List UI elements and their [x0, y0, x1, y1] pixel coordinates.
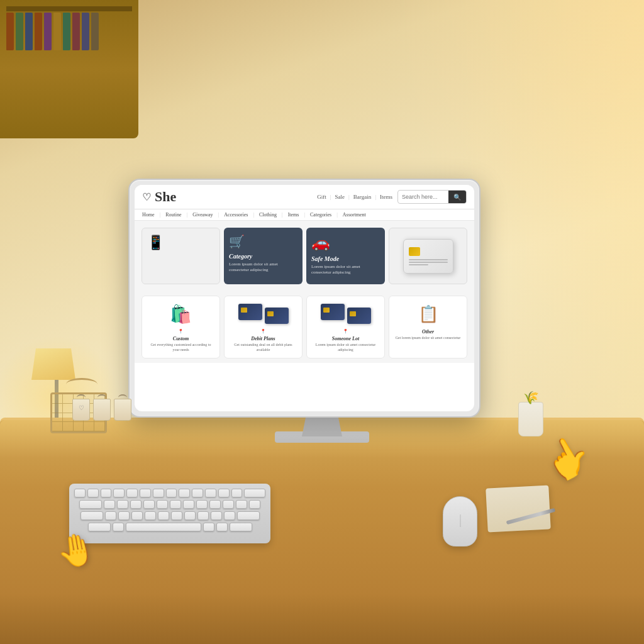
- nav-categories[interactable]: Categories: [310, 212, 331, 218]
- mini-card-4: [347, 308, 371, 324]
- keyboard-row-2: [74, 500, 265, 509]
- phone-icon: 📱: [147, 235, 164, 251]
- book: [6, 13, 14, 50]
- keyboard-row-4: [74, 523, 265, 531]
- flower-vase: 🌾: [515, 402, 547, 436]
- feature-card-title-3: Safe Mode: [311, 255, 339, 262]
- keyboard[interactable]: [69, 484, 270, 543]
- book: [44, 13, 52, 50]
- bottom-card-other[interactable]: 📋 Other Get lorem ipsum dolor sit amet c…: [389, 296, 467, 358]
- shopping-bag-3: [114, 399, 131, 421]
- nav-accessories[interactable]: Accessories: [224, 212, 248, 218]
- lamp-shade: [31, 348, 75, 380]
- bottom-card-custom[interactable]: 🛍️ 📍 Custom Get everything customized ac…: [142, 296, 220, 358]
- debit-card-icon: [248, 301, 279, 326]
- book: [25, 13, 33, 50]
- dried-flowers: 🌾: [523, 390, 539, 405]
- credit-card-icon: [330, 301, 362, 326]
- payment-card-hero: [403, 239, 453, 274]
- bottom-card-title-4: Other: [422, 329, 434, 335]
- bookshelf: [0, 0, 138, 138]
- keyboard-hand: 🤚: [53, 529, 98, 572]
- basket-handle: [66, 378, 97, 391]
- nav-items[interactable]: Items: [288, 212, 299, 218]
- keyboard-row-1: [74, 489, 265, 497]
- monitor: ♡ She Gift | Sale | Bargain | Items 🔍: [128, 179, 480, 418]
- vase-body: [518, 402, 543, 436]
- site-header: ♡ She Gift | Sale | Bargain | Items 🔍: [135, 185, 474, 209]
- book: [63, 13, 70, 50]
- book: [16, 13, 23, 50]
- bottom-card-location-1: 📍: [178, 329, 184, 334]
- feature-card-safe-mode[interactable]: 🚗 Safe Mode Lorem ipsum dolor sit amet c…: [306, 228, 385, 284]
- payment-card-hero-lines: [409, 259, 448, 267]
- bottom-card-someone-lot[interactable]: 📍 Someone Lot Lorem ipsum dolor sit amet…: [306, 296, 385, 358]
- header-right: Gift | Sale | Bargain | Items 🔍: [317, 190, 467, 204]
- mini-card-2: [265, 308, 289, 324]
- book: [53, 13, 61, 50]
- cart-icon: 🛒: [229, 234, 245, 249]
- bottom-card-desc-1: Get everything customized according to y…: [147, 343, 214, 353]
- search-button[interactable]: 🔍: [448, 190, 466, 204]
- bottom-card-desc-4: Get lorem ipsum dolor sit amet consectet…: [396, 336, 461, 341]
- header-link-sale[interactable]: Sale: [335, 194, 345, 200]
- feature-card-payment[interactable]: [389, 228, 467, 284]
- bottom-card-title-3: Someone Lot: [332, 336, 359, 341]
- feature-card-category[interactable]: 🛒 Category Lorem ipsum dolor sit amet co…: [224, 228, 303, 284]
- search-bar: 🔍: [397, 190, 467, 204]
- bottom-card-location-2: 📍: [260, 329, 266, 334]
- header-links: Gift | Sale | Bargain | Items: [317, 194, 392, 200]
- logo-icon: ♡: [142, 191, 151, 203]
- feature-card-desc-3: Lorem ipsum dolor sit amet consectetur a…: [311, 264, 380, 275]
- card-line: [409, 264, 428, 265]
- bottom-card-title-2: Debit Plans: [251, 336, 275, 341]
- monitor-screen: ♡ She Gift | Sale | Bargain | Items 🔍: [135, 185, 474, 411]
- shopping-bags: ♡: [72, 399, 131, 421]
- notepad: [486, 485, 551, 532]
- shopping-bag-1: ♡: [72, 399, 90, 421]
- mini-card-3: [321, 304, 345, 320]
- mini-card-1: [238, 304, 262, 320]
- book: [72, 13, 80, 50]
- header-link-gift[interactable]: Gift: [317, 194, 326, 200]
- nav-assortment[interactable]: Assortment: [343, 212, 366, 218]
- nav-routine[interactable]: Routine: [165, 212, 181, 218]
- floor-shadow: [0, 594, 644, 644]
- book: [35, 13, 42, 50]
- search-input[interactable]: [398, 194, 448, 200]
- feature-cards-grid: 📱 🛒 Category Lorem ipsum dolor sit amet …: [135, 221, 474, 291]
- nav-giveaway[interactable]: Giveaway: [192, 212, 213, 218]
- bag-heart-icon: ♡: [79, 404, 84, 411]
- header-link-items[interactable]: Items: [380, 194, 392, 200]
- book: [91, 13, 99, 50]
- heart-bag-icon: 🛍️: [165, 301, 197, 326]
- keyboard-row-3: [74, 511, 265, 520]
- books: [6, 13, 99, 50]
- site-nav: Home | Routine | Giveaway | Accessories …: [135, 209, 474, 221]
- bottom-cards-grid: 🛍️ 📍 Custom Get everything customized ac…: [135, 291, 474, 363]
- nav-home[interactable]: Home: [142, 212, 155, 218]
- mouse[interactable]: [443, 496, 477, 547]
- bottom-card-desc-2: Get outstanding deal on all debit plans …: [230, 343, 297, 353]
- logo-text: She: [155, 189, 176, 205]
- shopping-bag-2: [93, 399, 111, 421]
- card-line: [409, 262, 448, 263]
- bottom-card-location-3: 📍: [343, 329, 348, 334]
- mouse-scroll-wheel: [460, 514, 460, 527]
- nav-clothing[interactable]: Clothing: [259, 212, 277, 218]
- feature-card-title-2: Category: [229, 253, 252, 260]
- site-logo: ♡ She: [142, 189, 176, 205]
- bottom-card-debit[interactable]: 📍 Debit Plans Get outstanding deal on al…: [224, 296, 303, 358]
- feature-card-phone[interactable]: 📱: [142, 228, 220, 284]
- clipboard-icon: 📋: [413, 301, 444, 326]
- car-icon: 🚗: [311, 234, 330, 252]
- feature-card-desc-2: Lorem ipsum dolor sit amet consectetur a…: [229, 262, 297, 273]
- bottom-card-desc-3: Lorem ipsum dolor sit amet consectetur a…: [312, 343, 379, 353]
- header-link-bargain[interactable]: Bargain: [353, 194, 371, 200]
- book: [82, 13, 89, 50]
- bottom-card-title-1: Custom: [173, 336, 189, 341]
- card-line: [409, 259, 448, 260]
